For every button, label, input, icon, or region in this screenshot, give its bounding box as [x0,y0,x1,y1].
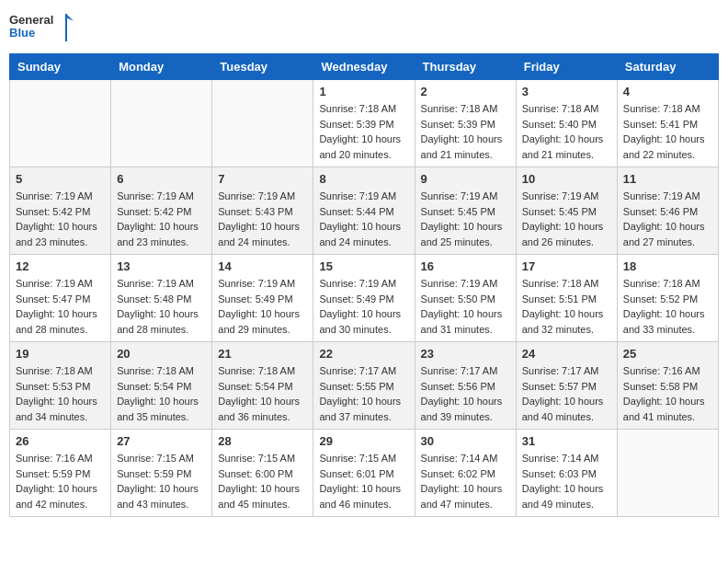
calendar-cell [212,80,313,167]
day-info: Sunrise: 7:19 AM Sunset: 5:45 PM Dayligh… [522,189,611,249]
calendar-cell [111,80,212,167]
calendar-week-row: 19Sunrise: 7:18 AM Sunset: 5:53 PM Dayli… [10,342,719,430]
svg-text:Blue: Blue [9,26,35,40]
calendar-cell: 21Sunrise: 7:18 AM Sunset: 5:54 PM Dayli… [212,342,313,430]
calendar-cell: 12Sunrise: 7:19 AM Sunset: 5:47 PM Dayli… [10,255,111,342]
day-info: Sunrise: 7:16 AM Sunset: 5:59 PM Dayligh… [16,451,105,511]
calendar-cell: 11Sunrise: 7:19 AM Sunset: 5:46 PM Dayli… [617,167,718,255]
day-number: 6 [117,172,206,186]
day-info: Sunrise: 7:17 AM Sunset: 5:56 PM Dayligh… [421,363,510,424]
day-number: 14 [218,259,307,273]
day-info: Sunrise: 7:19 AM Sunset: 5:42 PM Dayligh… [117,189,206,249]
column-header-monday: Monday [111,54,212,80]
calendar-cell: 4Sunrise: 7:18 AM Sunset: 5:41 PM Daylig… [617,80,718,167]
day-info: Sunrise: 7:19 AM Sunset: 5:49 PM Dayligh… [319,276,408,337]
calendar-cell: 23Sunrise: 7:17 AM Sunset: 5:56 PM Dayli… [415,342,516,430]
day-number: 3 [522,85,611,98]
day-info: Sunrise: 7:19 AM Sunset: 5:43 PM Dayligh… [218,189,307,249]
day-number: 10 [522,172,611,186]
calendar-cell: 8Sunrise: 7:19 AM Sunset: 5:44 PM Daylig… [313,167,415,255]
day-number: 26 [16,434,105,448]
page-header: General Blue [9,9,719,46]
day-info: Sunrise: 7:18 AM Sunset: 5:41 PM Dayligh… [623,101,712,162]
calendar-cell: 1Sunrise: 7:18 AM Sunset: 5:39 PM Daylig… [313,80,415,167]
day-number: 2 [421,85,510,98]
calendar-cell: 6Sunrise: 7:19 AM Sunset: 5:42 PM Daylig… [111,167,212,255]
column-header-sunday: Sunday [10,54,111,80]
day-number: 24 [522,347,611,361]
day-info: Sunrise: 7:19 AM Sunset: 5:48 PM Dayligh… [117,276,206,337]
day-info: Sunrise: 7:15 AM Sunset: 5:59 PM Dayligh… [117,451,206,511]
column-header-saturday: Saturday [617,54,718,80]
day-number: 5 [16,172,105,186]
day-number: 8 [319,172,408,186]
calendar-table: SundayMondayTuesdayWednesdayThursdayFrid… [9,53,719,517]
day-number: 23 [421,347,510,361]
day-number: 1 [319,85,408,98]
calendar-cell: 18Sunrise: 7:18 AM Sunset: 5:52 PM Dayli… [617,255,718,342]
day-info: Sunrise: 7:19 AM Sunset: 5:47 PM Dayligh… [16,276,105,337]
day-number: 12 [16,259,105,273]
column-header-thursday: Thursday [415,54,516,80]
day-info: Sunrise: 7:18 AM Sunset: 5:54 PM Dayligh… [218,363,307,424]
day-info: Sunrise: 7:17 AM Sunset: 5:57 PM Dayligh… [522,363,611,424]
calendar-cell: 26Sunrise: 7:16 AM Sunset: 5:59 PM Dayli… [10,430,111,517]
svg-marker-2 [66,14,74,21]
calendar-week-row: 5Sunrise: 7:19 AM Sunset: 5:42 PM Daylig… [10,167,719,255]
calendar-cell: 14Sunrise: 7:19 AM Sunset: 5:49 PM Dayli… [212,255,313,342]
calendar-cell: 5Sunrise: 7:19 AM Sunset: 5:42 PM Daylig… [10,167,111,255]
day-number: 28 [218,434,307,448]
day-number: 4 [623,85,712,98]
logo: General Blue [9,9,74,46]
calendar-cell: 15Sunrise: 7:19 AM Sunset: 5:49 PM Dayli… [313,255,415,342]
calendar-cell [10,80,111,167]
day-number: 9 [421,172,510,186]
calendar-cell: 19Sunrise: 7:18 AM Sunset: 5:53 PM Dayli… [10,342,111,430]
day-number: 19 [16,347,105,361]
calendar-cell: 28Sunrise: 7:15 AM Sunset: 6:00 PM Dayli… [212,430,313,517]
calendar-cell: 3Sunrise: 7:18 AM Sunset: 5:40 PM Daylig… [516,80,617,167]
day-number: 7 [218,172,307,186]
calendar-cell [617,430,718,517]
column-header-friday: Friday [516,54,617,80]
calendar-cell: 16Sunrise: 7:19 AM Sunset: 5:50 PM Dayli… [415,255,516,342]
day-info: Sunrise: 7:19 AM Sunset: 5:49 PM Dayligh… [218,276,307,337]
day-number: 29 [319,434,408,448]
day-info: Sunrise: 7:18 AM Sunset: 5:52 PM Dayligh… [623,276,712,337]
day-number: 18 [623,259,712,273]
day-number: 21 [218,347,307,361]
day-info: Sunrise: 7:16 AM Sunset: 5:58 PM Dayligh… [623,363,712,424]
day-info: Sunrise: 7:18 AM Sunset: 5:39 PM Dayligh… [421,101,510,162]
calendar-cell: 13Sunrise: 7:19 AM Sunset: 5:48 PM Dayli… [111,255,212,342]
day-info: Sunrise: 7:19 AM Sunset: 5:46 PM Dayligh… [623,189,712,249]
logo-svg: General Blue [9,9,74,46]
calendar-cell: 25Sunrise: 7:16 AM Sunset: 5:58 PM Dayli… [617,342,718,430]
calendar-week-row: 12Sunrise: 7:19 AM Sunset: 5:47 PM Dayli… [10,255,719,342]
day-info: Sunrise: 7:18 AM Sunset: 5:40 PM Dayligh… [522,101,611,162]
day-number: 11 [623,172,712,186]
calendar-cell: 27Sunrise: 7:15 AM Sunset: 5:59 PM Dayli… [111,430,212,517]
calendar-cell: 20Sunrise: 7:18 AM Sunset: 5:54 PM Dayli… [111,342,212,430]
day-number: 16 [421,259,510,273]
calendar-cell: 22Sunrise: 7:17 AM Sunset: 5:55 PM Dayli… [313,342,415,430]
day-info: Sunrise: 7:18 AM Sunset: 5:54 PM Dayligh… [117,363,206,424]
calendar-week-row: 26Sunrise: 7:16 AM Sunset: 5:59 PM Dayli… [10,430,719,517]
day-info: Sunrise: 7:19 AM Sunset: 5:50 PM Dayligh… [421,276,510,337]
day-number: 31 [522,434,611,448]
day-number: 13 [117,259,206,273]
calendar-cell: 2Sunrise: 7:18 AM Sunset: 5:39 PM Daylig… [415,80,516,167]
calendar-cell: 10Sunrise: 7:19 AM Sunset: 5:45 PM Dayli… [516,167,617,255]
day-number: 30 [421,434,510,448]
calendar-week-row: 1Sunrise: 7:18 AM Sunset: 5:39 PM Daylig… [10,80,719,167]
day-number: 27 [117,434,206,448]
calendar-cell: 31Sunrise: 7:14 AM Sunset: 6:03 PM Dayli… [516,430,617,517]
column-header-wednesday: Wednesday [313,54,415,80]
day-info: Sunrise: 7:19 AM Sunset: 5:42 PM Dayligh… [16,189,105,249]
day-info: Sunrise: 7:15 AM Sunset: 6:00 PM Dayligh… [218,451,307,511]
svg-text:General: General [9,13,53,27]
day-info: Sunrise: 7:18 AM Sunset: 5:51 PM Dayligh… [522,276,611,337]
calendar-cell: 24Sunrise: 7:17 AM Sunset: 5:57 PM Dayli… [516,342,617,430]
calendar-cell: 29Sunrise: 7:15 AM Sunset: 6:01 PM Dayli… [313,430,415,517]
calendar-cell: 17Sunrise: 7:18 AM Sunset: 5:51 PM Dayli… [516,255,617,342]
day-number: 20 [117,347,206,361]
